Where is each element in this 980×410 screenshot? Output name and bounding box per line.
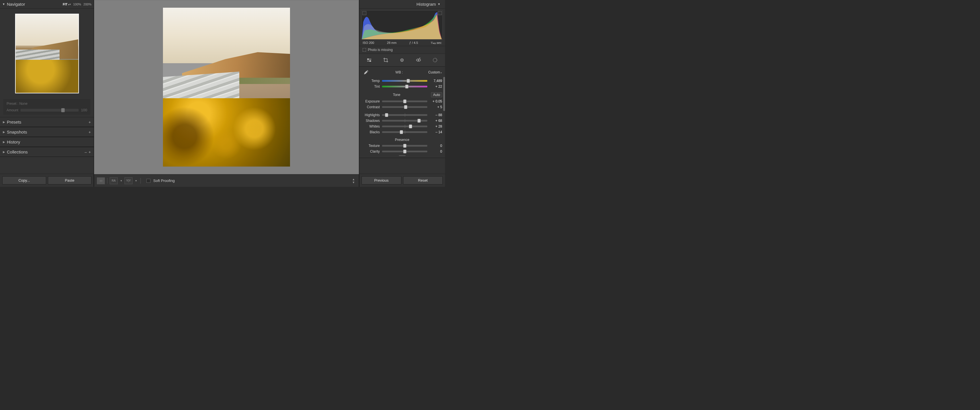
slider-highlights[interactable]: Highlights– 88: [362, 112, 442, 118]
paste-button[interactable]: Paste: [48, 176, 92, 184]
zoom-fit[interactable]: FIT: [63, 3, 67, 6]
section-history[interactable]: ▶ History: [0, 137, 94, 147]
survey-view-icon[interactable]: Y|Y: [124, 177, 132, 184]
slider-clarity[interactable]: Clarity0: [362, 149, 442, 154]
copy-button[interactable]: Copy...: [2, 176, 46, 184]
amount-label: Amount: [6, 108, 18, 112]
compare-before-after-icon[interactable]: RA: [110, 177, 118, 184]
previous-button[interactable]: Previous: [361, 176, 401, 184]
exif-focal: 28 mm: [387, 41, 396, 45]
histogram-graph[interactable]: [361, 10, 443, 40]
slider-tint[interactable]: Tint+ 22: [362, 84, 442, 89]
main-photo[interactable]: [163, 8, 290, 167]
right-panel: Histogram ▼ ISO 200 28 mm ƒ / 4.5 ¹⁄₄₀₀ …: [359, 0, 445, 187]
navigator-header: ▼ Navigator FIT ▴▾ 100% 200%: [0, 0, 94, 8]
bottom-toolbar: ▭ RA ▾ Y|Y ▾ Soft Proofing ▲▼: [94, 174, 359, 187]
collections-label: Collections: [7, 149, 83, 154]
chevron-right-icon: ▶: [3, 130, 5, 133]
wb-label: WB :: [372, 70, 426, 74]
remove-collection-icon[interactable]: –: [84, 150, 87, 154]
collapse-icon[interactable]: ▼: [438, 3, 441, 6]
section-presets[interactable]: ▶ Presets +: [0, 117, 94, 127]
amount-slider[interactable]: [21, 109, 79, 111]
reset-button[interactable]: Reset: [403, 176, 443, 184]
canvas-area[interactable]: [95, 0, 358, 174]
center-canvas: ▭ RA ▾ Y|Y ▾ Soft Proofing ▲▼: [94, 0, 359, 187]
edit-sliders-icon[interactable]: [364, 57, 374, 64]
chevron-right-icon: ▶: [3, 140, 5, 143]
svg-point-11: [433, 58, 437, 62]
section-collections[interactable]: ▶ Collections – +: [0, 147, 94, 157]
slider-contrast[interactable]: Contrast+ 5: [362, 104, 442, 110]
slider-exposure[interactable]: Exposure+ 0.05: [362, 99, 442, 104]
slider-shadows[interactable]: Shadows+ 68: [362, 118, 442, 124]
exif-row: ISO 200 28 mm ƒ / 4.5 ¹⁄₄₀₀ sec: [359, 40, 445, 46]
crop-icon[interactable]: [380, 57, 391, 64]
toolbar-expand-icon[interactable]: ▲▼: [351, 176, 356, 185]
healing-icon[interactable]: [397, 57, 407, 64]
add-preset-icon[interactable]: +: [89, 120, 91, 124]
slider-temp[interactable]: Temp7,489: [362, 78, 442, 84]
svg-point-8: [418, 59, 419, 60]
slider-whites[interactable]: Whites+ 28: [362, 124, 442, 129]
slider-blacks[interactable]: Blacks– 14: [362, 129, 442, 135]
presence-header: Presence: [362, 138, 442, 142]
navigator-title: Navigator: [7, 2, 60, 6]
chevron-right-icon: ▶: [3, 121, 5, 124]
tone-header: Tone: [362, 93, 431, 97]
soft-proofing-checkbox[interactable]: [146, 179, 150, 183]
navigator-thumbnail-wrap: [0, 8, 94, 97]
masking-icon[interactable]: [430, 57, 440, 64]
left-panel: ▼ Navigator FIT ▴▾ 100% 200% Preset : No…: [0, 0, 94, 187]
snapshots-label: Snapshots: [7, 130, 87, 134]
navigator-thumbnail[interactable]: [15, 14, 79, 94]
photo-missing-warning: Photo is missing: [359, 46, 445, 54]
exif-shutter: ¹⁄₄₀₀ sec: [431, 41, 442, 45]
basic-panel: WB : Custom Temp7,489 Tint+ 22 ToneAuto …: [359, 67, 445, 158]
survey-dropdown-icon[interactable]: ▾: [134, 177, 138, 184]
exif-aperture: ƒ / 4.5: [409, 41, 418, 45]
wb-dropdown[interactable]: Custom: [428, 70, 442, 74]
white-balance-picker-icon[interactable]: [362, 68, 370, 76]
amount-value: 100: [81, 108, 87, 112]
presets-label: Presets: [7, 119, 87, 124]
preset-amount-box: Preset : None Amount 100: [3, 99, 91, 115]
histogram-header: Histogram ▼: [359, 0, 445, 8]
zoom-200[interactable]: 200%: [83, 3, 91, 6]
collapse-icon[interactable]: ▼: [2, 3, 5, 6]
soft-proofing-label: Soft Proofing: [153, 178, 175, 183]
chevron-right-icon: ▶: [3, 150, 5, 154]
zoom-fit-stepper[interactable]: ▴▾: [68, 3, 71, 6]
compare-dropdown-icon[interactable]: ▾: [119, 177, 123, 184]
svg-point-7: [417, 59, 421, 61]
preset-label: Preset : None: [6, 102, 87, 106]
history-label: History: [7, 140, 91, 145]
add-snapshot-icon[interactable]: +: [89, 130, 91, 134]
auto-tone-button[interactable]: Auto: [431, 92, 442, 97]
loupe-view-icon[interactable]: ▭: [97, 177, 105, 184]
histogram-title: Histogram: [417, 2, 436, 6]
exif-iso: ISO 200: [363, 41, 374, 45]
section-snapshots[interactable]: ▶ Snapshots +: [0, 127, 94, 137]
slider-texture[interactable]: Texture0: [362, 143, 442, 149]
redeye-icon[interactable]: [414, 57, 424, 64]
right-scrollbar[interactable]: [443, 77, 445, 111]
zoom-100[interactable]: 100%: [73, 3, 81, 6]
missing-label: Photo is missing: [368, 48, 393, 52]
panel-resize-grip[interactable]: [362, 154, 442, 157]
add-collection-icon[interactable]: +: [89, 150, 91, 154]
develop-tool-strip: [359, 54, 445, 67]
missing-icon: [363, 48, 366, 51]
